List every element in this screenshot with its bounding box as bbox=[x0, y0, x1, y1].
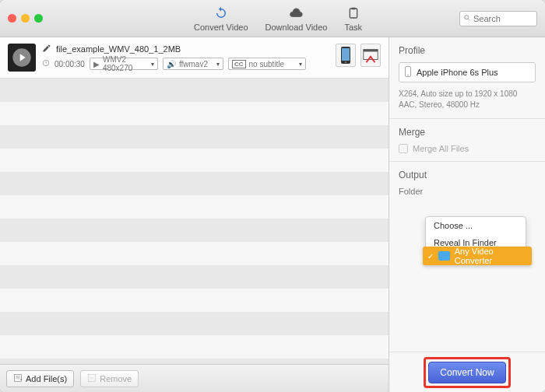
maximize-icon[interactable] bbox=[34, 14, 43, 23]
nav-download-label: Download Video bbox=[265, 23, 328, 32]
output-section: Output Folder bbox=[389, 162, 545, 204]
refresh-icon bbox=[213, 5, 229, 21]
video-format-icon: ▶ bbox=[93, 60, 100, 68]
search-icon bbox=[463, 14, 471, 23]
audio-dropdown[interactable]: 🔊 ffwmav2 bbox=[163, 58, 223, 70]
titlebar: Convert Video Download Video Task bbox=[0, 0, 545, 37]
merge-heading: Merge bbox=[399, 127, 536, 138]
nav-convert-label: Convert Video bbox=[194, 23, 248, 32]
profile-section: Profile Apple iPhone 6s Plus X264, Auto … bbox=[389, 37, 545, 119]
profile-device-label: Apple iPhone 6s Plus bbox=[417, 68, 498, 77]
add-icon bbox=[13, 373, 23, 384]
device-preview-icon[interactable] bbox=[336, 44, 356, 67]
merge-checkbox[interactable] bbox=[399, 144, 408, 153]
merge-label: Merge All Files bbox=[413, 144, 469, 153]
nav-task-label: Task bbox=[344, 23, 362, 32]
menu-selected-folder[interactable]: Any Video Converter bbox=[423, 247, 532, 265]
audio-value: ffwmav2 bbox=[179, 60, 208, 68]
nav-download-video[interactable]: Download Video bbox=[265, 5, 328, 32]
nav-task[interactable]: Task bbox=[344, 5, 362, 32]
video-thumbnail[interactable] bbox=[8, 44, 36, 72]
format-dropdown[interactable]: ▶ WMV2 480x270 bbox=[90, 58, 158, 70]
download-cloud-icon bbox=[288, 5, 304, 21]
nav-convert-video[interactable]: Convert Video bbox=[194, 5, 248, 32]
edit-clip-icon[interactable] bbox=[360, 44, 381, 67]
svg-rect-8 bbox=[342, 48, 350, 61]
clipboard-icon bbox=[346, 5, 361, 21]
folder-icon bbox=[438, 251, 450, 261]
subtitle-dropdown[interactable]: CC no subtitle bbox=[228, 58, 306, 70]
audio-icon: 🔊 bbox=[167, 60, 176, 68]
close-icon[interactable] bbox=[8, 14, 16, 23]
profile-audio-meta: AAC, Stereo, 48000 Hz bbox=[399, 100, 536, 110]
folder-context-menu: Choose ... Reveal In Finder Any Video Co… bbox=[425, 216, 526, 252]
svg-line-3 bbox=[468, 19, 469, 20]
merge-all-row[interactable]: Merge All Files bbox=[399, 144, 536, 153]
add-files-label: Add File(s) bbox=[26, 374, 67, 383]
svg-rect-1 bbox=[351, 7, 355, 9]
format-value: WMV2 480x270 bbox=[103, 55, 148, 72]
menu-choose[interactable]: Choose ... bbox=[426, 217, 526, 234]
subtitle-value: no subtitle bbox=[249, 60, 285, 68]
search-input[interactable] bbox=[473, 14, 528, 23]
convert-highlight: Convert Now bbox=[424, 357, 510, 388]
pencil-icon[interactable] bbox=[42, 44, 51, 54]
svg-rect-0 bbox=[350, 9, 357, 18]
profile-device-select[interactable]: Apple iPhone 6s Plus bbox=[399, 62, 536, 82]
output-heading: Output bbox=[399, 170, 536, 180]
convert-now-button[interactable]: Convert Now bbox=[428, 362, 505, 383]
merge-section: Merge Merge All Files bbox=[389, 119, 545, 162]
menu-selected-label: Any Video Converter bbox=[455, 247, 527, 265]
add-files-button[interactable]: Add File(s) bbox=[6, 370, 74, 387]
search-box[interactable] bbox=[459, 11, 537, 26]
remove-icon bbox=[87, 373, 97, 384]
svg-point-2 bbox=[465, 15, 469, 19]
duration: 00:00:30 bbox=[54, 60, 85, 68]
file-row[interactable]: file_example_WMV_480_1_2MB 00:00:30 ▶ WM… bbox=[0, 37, 389, 79]
phone-icon bbox=[404, 66, 412, 79]
profile-heading: Profile bbox=[399, 45, 536, 56]
profile-meta: X264, Auto size up to 1920 x 1080 AAC, S… bbox=[399, 89, 536, 110]
svg-point-18 bbox=[407, 75, 408, 75]
clock-icon bbox=[42, 59, 50, 68]
minimize-icon[interactable] bbox=[21, 14, 30, 23]
remove-button[interactable]: Remove bbox=[80, 370, 139, 387]
svg-rect-11 bbox=[364, 50, 378, 52]
remove-label: Remove bbox=[100, 374, 132, 383]
file-list-empty bbox=[0, 79, 389, 364]
cc-icon: CC bbox=[232, 60, 246, 68]
file-name: file_example_WMV_480_1_2MB bbox=[56, 44, 181, 54]
profile-video-meta: X264, Auto size up to 1920 x 1080 bbox=[399, 89, 536, 100]
svg-point-9 bbox=[345, 61, 346, 63]
output-folder-label: Folder bbox=[399, 187, 423, 196]
